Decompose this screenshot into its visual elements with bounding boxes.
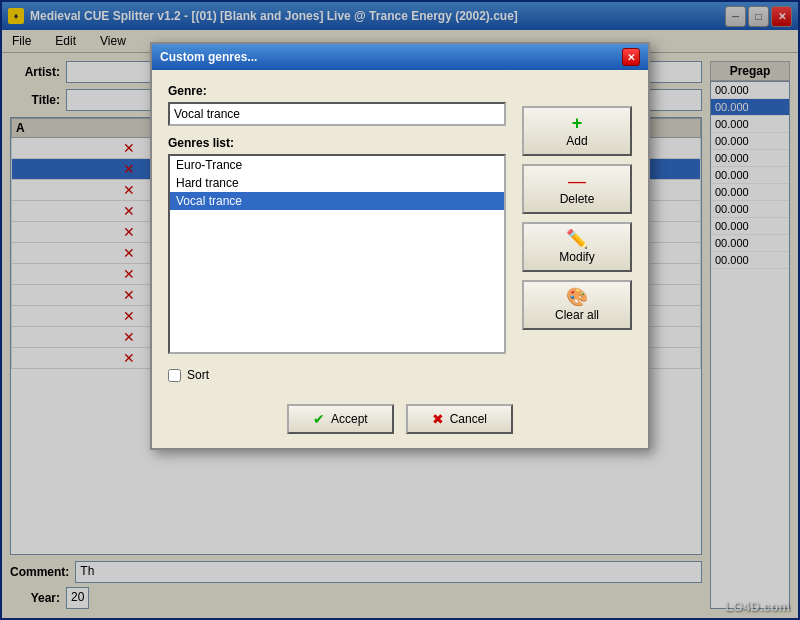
dialog-title-bar: Custom genres... ✕ <box>152 44 648 70</box>
genre-input[interactable] <box>168 102 506 126</box>
add-icon: + <box>572 114 583 132</box>
cancel-icon: ✖ <box>432 411 444 427</box>
genres-list-label: Genres list: <box>168 136 506 150</box>
cancel-label: Cancel <box>450 412 487 426</box>
dialog-left: Genre: Genres list: Euro-TranceHard tran… <box>168 84 506 382</box>
sort-label: Sort <box>187 368 209 382</box>
clear-all-button[interactable]: 🎨 Clear all <box>522 280 632 330</box>
sort-row: Sort <box>168 364 506 382</box>
genre-section: Genre: <box>168 84 506 126</box>
delete-label: Delete <box>560 192 595 206</box>
genres-list-section: Genres list: Euro-TranceHard tranceVocal… <box>168 136 506 354</box>
add-label: Add <box>566 134 587 148</box>
dialog-footer: ✔ Accept ✖ Cancel <box>152 396 648 448</box>
add-button[interactable]: + Add <box>522 106 632 156</box>
clear-all-label: Clear all <box>555 308 599 322</box>
dialog-right: + Add — Delete ✏️ Modify 🎨 Clear all <box>522 84 632 382</box>
accept-label: Accept <box>331 412 368 426</box>
genres-listbox[interactable]: Euro-TranceHard tranceVocal trance <box>168 154 506 354</box>
dialog-title: Custom genres... <box>160 50 622 64</box>
accept-button[interactable]: ✔ Accept <box>287 404 394 434</box>
modify-button[interactable]: ✏️ Modify <box>522 222 632 272</box>
main-window: ♦ Medieval CUE Splitter v1.2 - [(01) [Bl… <box>0 0 800 620</box>
modify-icon: ✏️ <box>566 230 588 248</box>
accept-icon: ✔ <box>313 411 325 427</box>
modify-label: Modify <box>559 250 594 264</box>
genre-list-item[interactable]: Euro-Trance <box>170 156 504 174</box>
delete-icon: — <box>568 172 586 190</box>
modal-overlay: Custom genres... ✕ Genre: Genres list: E… <box>2 2 798 618</box>
delete-button[interactable]: — Delete <box>522 164 632 214</box>
custom-genres-dialog: Custom genres... ✕ Genre: Genres list: E… <box>150 42 650 450</box>
genre-list-item[interactable]: Hard trance <box>170 174 504 192</box>
clear-all-icon: 🎨 <box>566 288 588 306</box>
cancel-button[interactable]: ✖ Cancel <box>406 404 513 434</box>
dialog-body: Genre: Genres list: Euro-TranceHard tran… <box>152 70 648 396</box>
sort-checkbox[interactable] <box>168 369 181 382</box>
genre-list-item[interactable]: Vocal trance <box>170 192 504 210</box>
genre-section-label: Genre: <box>168 84 506 98</box>
dialog-close-button[interactable]: ✕ <box>622 48 640 66</box>
